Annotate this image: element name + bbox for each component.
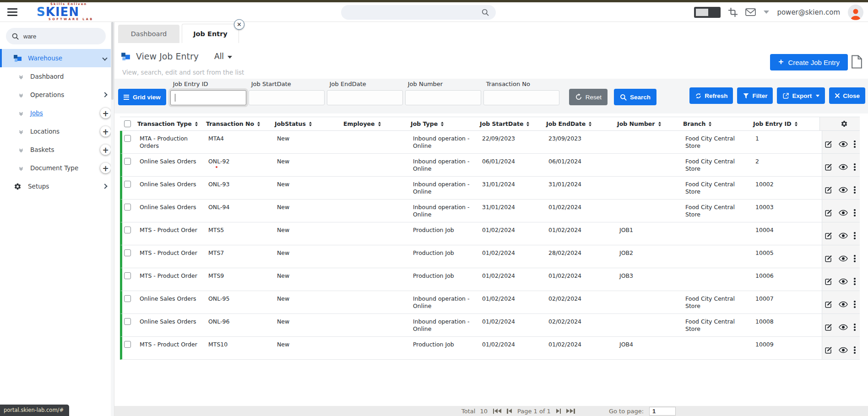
- edit-row-button[interactable]: [825, 323, 833, 331]
- sort-icon[interactable]: [378, 122, 381, 126]
- column-header-transaction-type[interactable]: Transaction Type: [137, 120, 206, 127]
- create-job-entry-button[interactable]: + Create Job Entry: [770, 54, 848, 70]
- sort-icon[interactable]: [309, 122, 312, 126]
- row-menu-kebab-icon[interactable]: [854, 186, 856, 194]
- column-header-job-number[interactable]: Job Number: [617, 120, 683, 127]
- row-checkbox[interactable]: [124, 249, 131, 256]
- column-header-job-type[interactable]: Job Type: [411, 120, 480, 127]
- close-tab-icon[interactable]: ✕: [234, 19, 244, 30]
- add-baskets-button[interactable]: +: [100, 145, 111, 155]
- first-page-button[interactable]: [493, 409, 502, 414]
- row-menu-kebab-icon[interactable]: [854, 324, 856, 331]
- view-row-button[interactable]: [839, 347, 848, 353]
- sidebar-item-baskets[interactable]: Baskets+: [0, 140, 114, 159]
- edit-row-button[interactable]: [825, 209, 833, 217]
- sort-icon[interactable]: [658, 122, 661, 126]
- sidebar-scrollbar[interactable]: [111, 22, 114, 416]
- column-header-jobstatus[interactable]: JobStatus: [275, 120, 343, 127]
- search-button[interactable]: Search: [614, 89, 656, 105]
- row-checkbox[interactable]: [124, 158, 131, 165]
- view-row-button[interactable]: [839, 210, 848, 216]
- row-menu-kebab-icon[interactable]: [854, 140, 856, 148]
- row-checkbox[interactable]: [124, 295, 131, 302]
- view-row-button[interactable]: [839, 141, 848, 147]
- edit-row-button[interactable]: [825, 277, 833, 286]
- row-menu-kebab-icon[interactable]: [854, 163, 856, 171]
- edit-row-button[interactable]: [825, 300, 833, 308]
- crop-icon[interactable]: [728, 8, 738, 17]
- account-email[interactable]: power@skien.com: [777, 8, 840, 16]
- add-document-type-button[interactable]: +: [100, 163, 111, 173]
- tab-job-entry[interactable]: Job Entry ✕: [182, 24, 239, 43]
- row-checkbox[interactable]: [124, 272, 131, 279]
- row-menu-kebab-icon[interactable]: [854, 209, 856, 216]
- export-button[interactable]: Export: [777, 87, 825, 104]
- filter-input-job-number[interactable]: [405, 90, 481, 105]
- view-row-button[interactable]: [839, 278, 848, 285]
- sort-icon[interactable]: [589, 122, 591, 126]
- contrast-toggle[interactable]: [694, 7, 721, 18]
- edit-row-button[interactable]: [825, 232, 833, 240]
- mail-icon[interactable]: [745, 8, 756, 16]
- refresh-button[interactable]: Refresh: [689, 87, 733, 104]
- add-jobs-button[interactable]: +: [100, 108, 111, 119]
- filter-input-job-entry-id[interactable]: [170, 90, 246, 105]
- row-checkbox[interactable]: [124, 318, 131, 325]
- column-header-job-startdate[interactable]: Job StartDate: [480, 120, 546, 127]
- view-row-button[interactable]: [839, 232, 848, 239]
- view-row-button[interactable]: [839, 324, 848, 330]
- hamburger-menu-icon[interactable]: [7, 6, 17, 18]
- view-row-button[interactable]: [839, 187, 848, 193]
- column-header-job-enddate[interactable]: Job EndDate: [546, 120, 617, 127]
- row-menu-kebab-icon[interactable]: [854, 278, 856, 285]
- row-checkbox[interactable]: [124, 135, 131, 142]
- row-menu-kebab-icon[interactable]: [854, 346, 856, 354]
- filter-input-job-startdate[interactable]: [249, 90, 325, 105]
- reset-button[interactable]: Reset: [569, 89, 608, 105]
- avatar[interactable]: [848, 5, 863, 20]
- row-checkbox[interactable]: [124, 181, 131, 188]
- edit-row-button[interactable]: [825, 163, 833, 171]
- global-search-input[interactable]: [341, 9, 481, 16]
- sidebar-item-setups[interactable]: Setups: [0, 177, 114, 195]
- last-page-button[interactable]: [566, 409, 575, 414]
- edit-row-button[interactable]: [825, 186, 833, 194]
- account-dropdown-caret-icon[interactable]: [764, 11, 769, 14]
- column-header-transaction-no[interactable]: Transaction No: [206, 120, 275, 127]
- sort-icon[interactable]: [195, 122, 198, 126]
- row-checkbox[interactable]: [124, 341, 131, 348]
- search-icon[interactable]: [481, 8, 489, 16]
- goto-page-input[interactable]: [649, 407, 676, 416]
- add-locations-button[interactable]: +: [100, 126, 111, 137]
- edit-row-button[interactable]: [825, 346, 833, 354]
- close-button[interactable]: Close: [829, 87, 865, 104]
- row-menu-kebab-icon[interactable]: [854, 255, 856, 262]
- sort-icon[interactable]: [795, 122, 797, 126]
- document-icon[interactable]: [851, 55, 863, 69]
- column-header-employee[interactable]: Employee: [343, 120, 411, 127]
- sort-icon[interactable]: [709, 122, 711, 126]
- next-page-button[interactable]: [556, 409, 561, 414]
- filter-input-transaction-no[interactable]: [483, 90, 559, 105]
- filter-input-job-enddate[interactable]: [327, 90, 403, 105]
- grid-view-button[interactable]: Grid view: [118, 89, 166, 105]
- sidebar-item-document-type[interactable]: Document Type+: [0, 159, 114, 177]
- sidebar-search-input[interactable]: [23, 33, 87, 40]
- select-all-checkbox[interactable]: [124, 120, 131, 127]
- view-row-button[interactable]: [839, 164, 848, 170]
- row-checkbox[interactable]: [124, 227, 131, 233]
- edit-row-button[interactable]: [825, 140, 833, 148]
- sidebar-item-jobs[interactable]: Jobs+: [0, 104, 114, 122]
- sort-icon[interactable]: [257, 122, 260, 126]
- view-row-button[interactable]: [839, 255, 848, 262]
- sidebar-item-dashbaord[interactable]: Dashbaord: [0, 67, 114, 86]
- scope-dropdown[interactable]: All: [214, 52, 232, 61]
- column-header-branch[interactable]: Branch: [683, 120, 753, 127]
- sort-icon[interactable]: [441, 122, 444, 126]
- sidebar-item-warehouse[interactable]: Warehouse: [0, 49, 114, 67]
- filter-button[interactable]: Filter: [737, 87, 773, 104]
- sidebar-item-locations[interactable]: Locations+: [0, 122, 114, 140]
- view-row-button[interactable]: [839, 301, 848, 308]
- row-menu-kebab-icon[interactable]: [854, 232, 856, 239]
- column-header-job-entry-id[interactable]: Job Entry ID: [753, 120, 819, 127]
